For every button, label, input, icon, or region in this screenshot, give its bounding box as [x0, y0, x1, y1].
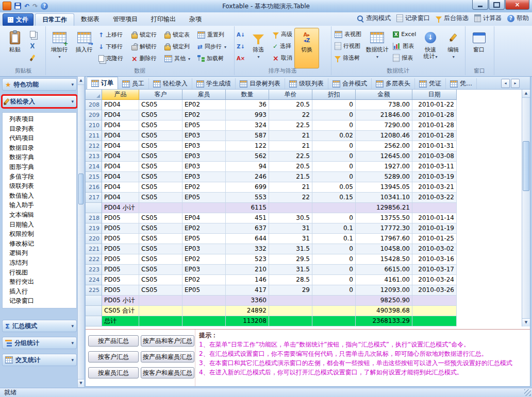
doc-tab-6[interactable]: 合并模式 — [328, 78, 372, 89]
table-scroll-thumb[interactable] — [523, 141, 529, 191]
cell-产品[interactable]: PD04 小计 — [102, 203, 139, 213]
undo-icon[interactable] — [24, 3, 29, 9]
delete-row-button[interactable]: 删除行 — [129, 53, 162, 64]
panel-cross-statistics[interactable]: 交叉统计 — [2, 354, 77, 366]
reset-column-button[interactable]: 重置列 — [195, 29, 228, 40]
column-header-4[interactable]: 数量 — [226, 90, 269, 100]
cell-客户[interactable] — [139, 306, 182, 316]
summary-button-1[interactable]: 按产品和客户汇总 — [141, 335, 194, 347]
copy-button[interactable] — [27, 29, 38, 40]
sidebar-item-2[interactable]: 代码项目 — [3, 133, 76, 143]
cell-日期[interactable]: 2010-03-21 — [412, 182, 457, 193]
cell-产品[interactable]: PD05 — [102, 265, 139, 275]
cell-客户[interactable]: CS05 — [139, 182, 182, 193]
cell-折扣[interactable]: 0.15 — [312, 193, 356, 203]
cell-折扣[interactable]: 0 — [312, 100, 356, 110]
sidebar-item-6[interactable]: 多值字段 — [3, 172, 76, 182]
cell-折扣[interactable]: 0 — [312, 141, 356, 151]
unlock-row-button[interactable]: 解锁行 — [129, 41, 162, 52]
sidebar-scrollbar[interactable] — [77, 76, 85, 388]
cell-产品[interactable]: PD04 — [102, 131, 139, 141]
table-vscrollbar[interactable] — [522, 90, 530, 326]
report-button[interactable]: 报表 — [391, 53, 418, 63]
row-number-cell[interactable]: 222 — [86, 254, 102, 265]
sidebar-item-16[interactable]: 行视图 — [3, 268, 76, 278]
cell-客户[interactable]: CS05 — [139, 141, 182, 151]
doc-tab-7[interactable]: 多层表头 — [372, 78, 415, 89]
cell-折扣[interactable]: 0 — [312, 244, 356, 254]
tab-misc[interactable]: 杂项 — [182, 13, 208, 26]
row-number-cell[interactable]: 210 — [86, 120, 102, 131]
cell-折扣[interactable]: 0 — [312, 275, 356, 285]
filter-tree-button[interactable]: 筛选树 — [332, 53, 363, 63]
row-number-cell[interactable]: 221 — [86, 244, 102, 254]
cell-产品[interactable]: CS05 合计 — [102, 306, 139, 316]
row-view-button[interactable]: 行视图 — [332, 41, 363, 51]
cell-客户[interactable]: CS05 — [139, 151, 182, 162]
cell-金额[interactable]: 17772.30 — [356, 223, 412, 234]
cell-客户[interactable]: CS05 — [139, 193, 182, 203]
row-number-cell[interactable]: 214 — [86, 162, 102, 172]
cell-金额[interactable]: 10341.10 — [356, 193, 412, 203]
cell-数量[interactable]: 113208 — [226, 316, 269, 326]
cell-数量[interactable]: 6115 — [226, 203, 269, 213]
cell-客户[interactable]: CS05 — [139, 265, 182, 275]
cell-雇员[interactable]: EP05 — [182, 285, 226, 296]
cell-客户[interactable]: CS05 — [139, 223, 182, 234]
row-number-cell[interactable]: 213 — [86, 151, 102, 162]
lock-column-button[interactable]: 锁定列 — [162, 41, 195, 52]
toggle-button[interactable]: 切换 — [294, 28, 319, 68]
column-header-5[interactable]: 单价 — [269, 90, 312, 100]
cell-雇员[interactable]: EP02 — [182, 275, 226, 285]
data-statistics-button[interactable]: 数据统计 — [363, 28, 391, 68]
cell-单价[interactable]: 31 — [269, 223, 312, 234]
sidebar-item-4[interactable]: 数据字典 — [3, 152, 76, 162]
row-number-cell[interactable]: 224 — [86, 275, 102, 285]
select-filter-button[interactable]: 选择 — [271, 41, 294, 51]
doc-tab-5[interactable]: 级联列表 — [285, 78, 328, 89]
cell-日期[interactable]: 2010-03-24 — [412, 275, 457, 285]
panel-special-features[interactable]: 特色功能 — [2, 78, 77, 91]
sidebar-item-13[interactable]: 修改标记 — [3, 239, 76, 249]
table-corner-cell[interactable] — [86, 90, 102, 100]
cell-雇员[interactable]: EP03 — [182, 265, 226, 275]
excel-button[interactable]: Excel — [391, 29, 418, 40]
cell-雇员[interactable]: EP02 — [182, 223, 226, 234]
row-number-cell[interactable]: 216 — [86, 182, 102, 193]
cell-客户[interactable]: CS05 — [139, 254, 182, 265]
sidebar-item-11[interactable]: 日期输入 — [3, 220, 76, 230]
cell-客户[interactable]: CS05 — [139, 213, 182, 223]
cell-雇员[interactable] — [182, 296, 226, 306]
cell-单价[interactable]: 31.5 — [269, 265, 312, 275]
sidebar-scroll-down-icon[interactable] — [78, 379, 84, 387]
sync-row-button[interactable]: 同步行 — [195, 41, 228, 52]
cell-雇员[interactable]: EP03 — [182, 141, 226, 151]
cell-数量[interactable]: 246 — [226, 172, 269, 182]
cell-单价[interactable]: 22.5 — [269, 151, 312, 162]
cell-产品[interactable]: PD05 — [102, 234, 139, 244]
row-number-cell[interactable]: 212 — [86, 141, 102, 151]
cell-客户[interactable]: CS05 — [139, 234, 182, 244]
row-number-cell[interactable] — [86, 316, 102, 326]
clone-row-button[interactable]: 克隆行 — [96, 53, 129, 64]
sidebar-item-14[interactable]: 逻辑列 — [3, 248, 76, 258]
cell-日期[interactable]: 2010-03-19 — [412, 172, 457, 182]
paste-button[interactable]: 粘贴 — [3, 28, 27, 68]
chart-button[interactable]: 图表 — [391, 41, 418, 51]
cell-日期[interactable] — [412, 316, 457, 326]
sidebar-item-19[interactable]: 记录窗口 — [3, 296, 76, 306]
cell-金额[interactable]: 490398.68 — [356, 306, 412, 316]
cell-客户[interactable]: CS05 — [139, 244, 182, 254]
cell-折扣[interactable]: 0 — [312, 213, 356, 223]
cell-金额[interactable]: 2368133.29 — [356, 316, 412, 326]
add-row-button[interactable]: + 增加行 — [47, 28, 72, 68]
lock-table-button[interactable]: 锁定表 — [162, 29, 195, 40]
cell-单价[interactable]: 22.5 — [269, 120, 312, 131]
cell-数量[interactable]: 122 — [226, 141, 269, 151]
cell-数量[interactable]: 451 — [226, 213, 269, 223]
doc-tab-4[interactable]: 目录树列表 — [236, 78, 285, 89]
table-view-button[interactable]: 表视图 — [332, 29, 363, 40]
row-number-cell[interactable]: 208 — [86, 100, 102, 110]
cell-折扣[interactable]: 0 — [312, 110, 356, 120]
cell-金额[interactable]: 13945.05 — [356, 182, 412, 193]
